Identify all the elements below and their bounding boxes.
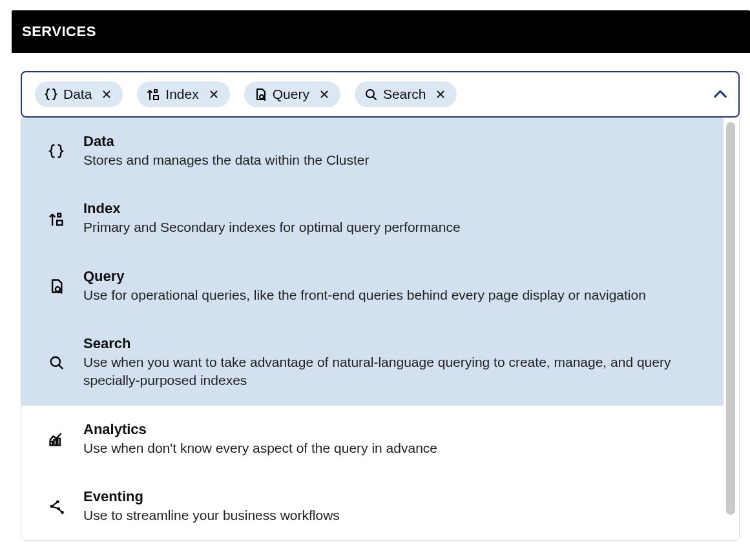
option-desc: Primary and Secondary indexes for optima… bbox=[83, 218, 461, 236]
services-panel: Data Index bbox=[12, 53, 750, 541]
option-desc: Use for operational queries, like the fr… bbox=[83, 286, 646, 304]
option-title: Query bbox=[83, 268, 646, 285]
option-index[interactable]: Index Primary and Secondary indexes for … bbox=[21, 185, 724, 252]
braces-icon bbox=[44, 87, 58, 101]
chip-label: Data bbox=[63, 87, 92, 102]
chip-label: Index bbox=[165, 87, 198, 102]
index-icon bbox=[146, 87, 160, 101]
scrollbar-thumb[interactable] bbox=[726, 122, 735, 515]
chip-search[interactable]: Search bbox=[355, 81, 457, 107]
option-search[interactable]: Search Use when you want to take advanta… bbox=[21, 320, 724, 406]
file-search-icon bbox=[47, 277, 65, 295]
services-dropdown: Data Stores and manages the data within … bbox=[21, 118, 740, 541]
selected-chips: Data Index bbox=[35, 81, 457, 107]
eventing-icon bbox=[47, 497, 65, 515]
option-title: Eventing bbox=[83, 488, 340, 505]
chip-index[interactable]: Index bbox=[137, 81, 229, 107]
close-icon[interactable] bbox=[101, 88, 112, 100]
close-icon[interactable] bbox=[318, 88, 330, 100]
services-multiselect[interactable]: Data Index bbox=[21, 71, 740, 118]
chip-label: Search bbox=[383, 87, 426, 102]
option-title: Search bbox=[83, 335, 703, 352]
option-title: Analytics bbox=[83, 421, 437, 438]
chip-data[interactable]: Data bbox=[35, 81, 123, 107]
services-option-list: Data Stores and manages the data within … bbox=[21, 118, 724, 540]
option-eventing[interactable]: Eventing Use to streamline your business… bbox=[21, 473, 724, 540]
chevron-up-icon bbox=[712, 86, 729, 103]
index-icon bbox=[47, 210, 65, 228]
file-search-icon bbox=[253, 87, 267, 101]
option-desc: Use to streamline your business workflow… bbox=[83, 506, 340, 524]
option-data[interactable]: Data Stores and manages the data within … bbox=[21, 118, 724, 185]
section-header: SERVICES bbox=[12, 10, 750, 53]
analytics-icon bbox=[47, 430, 65, 448]
search-icon bbox=[47, 353, 65, 371]
option-analytics[interactable]: Analytics Use when don't know every aspe… bbox=[21, 406, 724, 473]
option-title: Data bbox=[83, 133, 369, 150]
close-icon[interactable] bbox=[208, 88, 220, 100]
braces-icon bbox=[47, 142, 65, 160]
option-title: Index bbox=[83, 200, 461, 217]
option-desc: Stores and manages the data within the C… bbox=[83, 151, 369, 169]
section-title: SERVICES bbox=[22, 23, 96, 40]
option-desc: Use when don't know every aspect of the … bbox=[83, 439, 437, 457]
search-icon bbox=[364, 87, 378, 101]
chip-query[interactable]: Query bbox=[244, 81, 340, 107]
option-query[interactable]: Query Use for operational queries, like … bbox=[21, 253, 724, 320]
option-desc: Use when you want to take advantage of n… bbox=[83, 353, 703, 390]
chip-label: Query bbox=[273, 87, 309, 102]
collapse-toggle[interactable] bbox=[711, 85, 729, 103]
close-icon[interactable] bbox=[435, 88, 446, 100]
scrollbar[interactable] bbox=[724, 118, 739, 540]
